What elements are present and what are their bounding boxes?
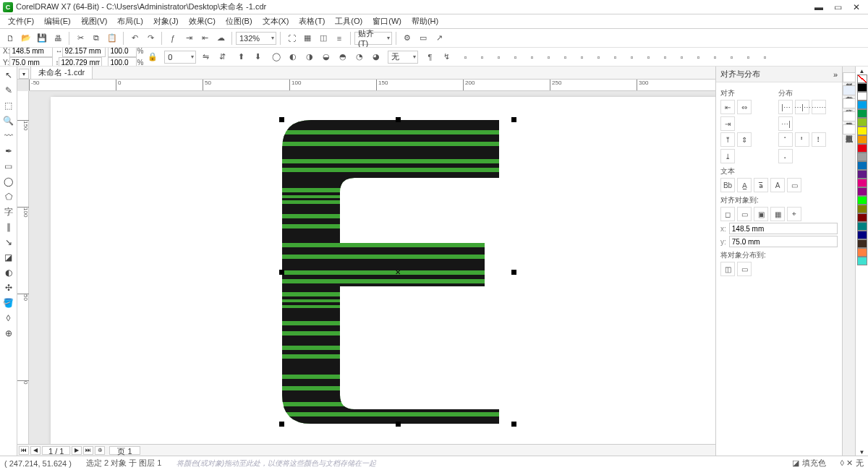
to-back-icon[interactable]: ⬇ (250, 50, 265, 64)
color-swatch[interactable] (857, 205, 867, 213)
grid-icon[interactable]: ◫ (316, 31, 331, 46)
dock-icon[interactable]: ▫ (624, 50, 639, 64)
dist-bottom-button[interactable]: ⠄ (778, 149, 793, 163)
dock-icon[interactable]: ▫ (608, 50, 622, 64)
dock-icon[interactable]: ▫ (591, 50, 605, 64)
paste-icon[interactable]: 📋 (105, 31, 119, 46)
wrap-icon[interactable]: ¶ (422, 50, 437, 64)
swatch-none[interactable] (857, 74, 867, 83)
align-center-v-button[interactable]: ⇕ (737, 132, 752, 147)
outline-tool-icon[interactable]: ◊ (1, 311, 16, 325)
save-icon[interactable]: 💾 (35, 31, 49, 46)
docker-tab-step[interactable]: 步长和重复 (843, 111, 856, 121)
handle-ne[interactable] (511, 117, 516, 122)
color-swatch[interactable] (857, 127, 867, 135)
color-swatch[interactable] (857, 213, 867, 222)
handle-e[interactable] (511, 270, 516, 275)
eyedropper-tool-icon[interactable]: ✣ (1, 281, 16, 295)
alignto-page-center-button[interactable]: ▣ (754, 207, 768, 221)
search-icon[interactable]: ƒ (166, 31, 180, 46)
publish-icon[interactable]: ☁ (213, 31, 228, 46)
color-swatch[interactable] (857, 118, 867, 127)
handle-nw[interactable] (279, 117, 284, 122)
boundary-icon[interactable]: ◕ (369, 50, 383, 64)
docker-tab-object-props[interactable]: 对象属性 (843, 72, 856, 82)
x-input[interactable] (9, 48, 53, 57)
text-baseline-button[interactable]: Bb (720, 178, 735, 192)
text-tool-icon[interactable]: 字 (1, 205, 16, 219)
color-swatch[interactable] (857, 101, 867, 109)
align-y-input[interactable] (729, 236, 838, 247)
snap-combo[interactable]: 贴齐(T) (354, 32, 392, 45)
parallel-tool-icon[interactable]: ∥ (1, 220, 16, 234)
close-button[interactable]: ✕ (849, 2, 864, 12)
menu-file[interactable]: 文件(F) (3, 14, 39, 28)
menu-layout[interactable]: 布局(L) (112, 14, 148, 28)
dist-top-button[interactable]: ⠁ (778, 132, 793, 147)
new-icon[interactable]: 🗋 (3, 31, 17, 46)
polygon-tool-icon[interactable]: ⬠ (1, 189, 16, 204)
menu-tools[interactable]: 工具(O) (330, 14, 367, 28)
dist-space-v-button[interactable]: ⠇ (812, 132, 826, 147)
dist-center-v-button[interactable]: ⠃ (795, 132, 809, 147)
cut-icon[interactable]: ✂ (73, 31, 88, 46)
handle-n[interactable] (396, 117, 401, 122)
text-first-button[interactable]: A̲ (737, 178, 752, 192)
first-page-button[interactable]: ⏮ (19, 446, 29, 455)
options-icon[interactable]: ⚙ (400, 31, 414, 46)
width-input[interactable] (62, 48, 106, 57)
alignto-point-button[interactable]: ⌖ (787, 207, 801, 221)
color-swatch[interactable] (857, 179, 867, 187)
dock-icon[interactable]: ▫ (674, 50, 689, 64)
convert-icon[interactable]: ↯ (439, 50, 454, 64)
last-page-button[interactable]: ⏭ (83, 446, 93, 455)
menu-bitmap[interactable]: 位图(B) (221, 14, 258, 28)
document-tab[interactable]: 未命名 -1.cdr (30, 67, 93, 79)
dock-icon[interactable]: ▫ (558, 50, 572, 64)
menu-object[interactable]: 对象(J) (148, 14, 184, 28)
menu-effects[interactable]: 效果(C) (184, 14, 221, 28)
simplify-icon[interactable]: ◒ (319, 50, 333, 64)
dock-icon[interactable]: ▫ (574, 50, 589, 64)
print-icon[interactable]: 🖶 (51, 31, 65, 46)
dock-icon[interactable]: ▫ (541, 50, 556, 64)
scale-x-input[interactable] (108, 48, 137, 57)
color-swatch[interactable] (857, 222, 867, 231)
rulers-icon[interactable]: ▦ (300, 31, 315, 46)
dock-icon[interactable]: ▫ (691, 50, 705, 64)
color-swatch[interactable] (857, 92, 867, 101)
more-tool-icon[interactable]: ⊕ (1, 326, 16, 341)
ellipse-tool-icon[interactable]: ◯ (1, 174, 16, 189)
alignto-active-button[interactable]: ◻ (720, 207, 735, 221)
collapse-icon[interactable]: » (833, 70, 838, 79)
color-swatch[interactable] (857, 196, 867, 205)
weld-icon[interactable]: ◯ (269, 50, 284, 64)
align-right-button[interactable]: ⇥ (720, 116, 735, 131)
dock-icon[interactable]: ▫ (491, 50, 506, 64)
to-front-icon[interactable]: ⬆ (234, 50, 248, 64)
align-bottom-button[interactable]: ⤓ (720, 149, 735, 163)
fill-indicator[interactable]: ◪ 填充色 (792, 458, 826, 469)
page-tab[interactable]: 页 1 (109, 446, 140, 455)
color-swatch[interactable] (857, 109, 867, 118)
dist-right-button[interactable]: ⋯| (778, 116, 793, 131)
menu-text[interactable]: 文本(X) (258, 14, 294, 28)
prev-page-button[interactable]: ◀ (30, 446, 41, 455)
color-swatch[interactable] (857, 187, 867, 196)
copy-icon[interactable]: ⧉ (89, 31, 103, 46)
dock-icon[interactable]: ▫ (641, 50, 655, 64)
menu-edit[interactable]: 编辑(E) (39, 14, 76, 28)
color-swatch[interactable] (857, 257, 867, 265)
undo-icon[interactable]: ↶ (127, 31, 142, 46)
dock-icon[interactable]: ▫ (741, 50, 755, 64)
artistic-tool-icon[interactable]: ✒ (1, 144, 16, 158)
handle-w[interactable] (279, 270, 284, 275)
handle-se[interactable] (511, 422, 516, 427)
trim-icon[interactable]: ◐ (286, 50, 300, 64)
color-swatch[interactable] (857, 153, 867, 161)
next-page-button[interactable]: ▶ (72, 446, 82, 455)
minimize-button[interactable]: ▬ (812, 2, 826, 12)
align-top-button[interactable]: ⤒ (720, 132, 735, 147)
outline-indicator[interactable]: ◊ ✕无 (841, 458, 864, 469)
fullscreen-icon[interactable]: ⛶ (284, 31, 299, 46)
